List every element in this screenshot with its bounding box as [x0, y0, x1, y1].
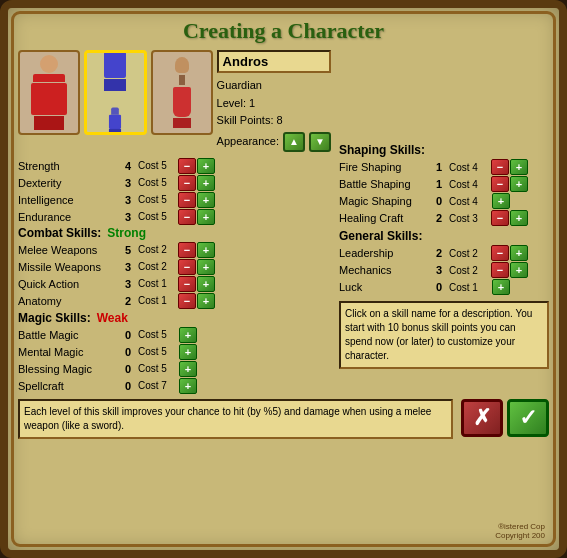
skill-name-strength[interactable]: Strength	[18, 160, 118, 172]
strength-plus-button[interactable]: +	[197, 158, 215, 174]
appearance-down-button[interactable]: ▼	[309, 132, 331, 152]
mechanics-minus-button[interactable]: −	[491, 262, 509, 278]
skill-name-mechanics[interactable]: Mechanics	[339, 264, 429, 276]
skill-value-healingcraft: 2	[429, 212, 449, 224]
confirm-button[interactable]: ✓	[507, 399, 549, 437]
fireshaping-minus-button[interactable]: −	[491, 159, 509, 175]
char-figure-red	[31, 55, 67, 130]
skill-name-leadership[interactable]: Leadership	[339, 247, 429, 259]
skill-cost-dexterity: Cost 5	[138, 177, 178, 188]
content-area: Andros Guardian Level: 1 Skill Points: 8…	[18, 50, 549, 395]
anatomy-minus-button[interactable]: −	[178, 293, 196, 309]
skill-row-mentalmagic: Mental Magic 0 Cost 5 +	[18, 344, 331, 360]
skill-row-luck: Luck 0 Cost 1 +	[339, 279, 549, 295]
anatomy-plus-button[interactable]: +	[197, 293, 215, 309]
spellcraft-plus-button[interactable]: +	[179, 378, 197, 394]
battlemagic-plus-button[interactable]: +	[179, 327, 197, 343]
missile-minus-button[interactable]: −	[178, 259, 196, 275]
skill-name-battleshaping[interactable]: Battle Shaping	[339, 178, 429, 190]
skill-value-mechanics: 3	[429, 264, 449, 276]
magicshaping-plus-button[interactable]: +	[492, 193, 510, 209]
mentalmagic-plus-button[interactable]: +	[179, 344, 197, 360]
skill-name-quickaction[interactable]: Quick Action	[18, 278, 118, 290]
blessingmagic-plus-button[interactable]: +	[179, 361, 197, 377]
skill-cost-mechanics: Cost 2	[449, 265, 491, 276]
leadership-plus-button[interactable]: +	[510, 245, 528, 261]
endurance-plus-button[interactable]: +	[197, 209, 215, 225]
skill-name-healingcraft[interactable]: Healing Craft	[339, 212, 429, 224]
skill-name-missile[interactable]: Missile Weapons	[18, 261, 118, 273]
skill-value-endurance: 3	[118, 211, 138, 223]
portrait-red-robe[interactable]	[18, 50, 80, 135]
skill-cost-battleshaping: Cost 4	[449, 179, 491, 190]
skill-value-missile: 3	[118, 261, 138, 273]
dexterity-plus-button[interactable]: +	[197, 175, 215, 191]
general-skills-header: General Skills:	[339, 229, 549, 243]
combat-header: Combat Skills: Strong	[18, 226, 331, 240]
portrait-female-red[interactable]	[151, 50, 213, 135]
missile-plus-button[interactable]: +	[197, 259, 215, 275]
endurance-minus-button[interactable]: −	[178, 209, 196, 225]
skill-cost-blessingmagic: Cost 5	[138, 363, 178, 374]
skill-name-anatomy[interactable]: Anatomy	[18, 295, 118, 307]
skill-row-magicshaping: Magic Shaping 0 Cost 4 +	[339, 193, 549, 209]
fireshaping-plus-button[interactable]: +	[510, 159, 528, 175]
appearance-row: Appearance: ▲ ▼	[217, 132, 331, 152]
skill-value-anatomy: 2	[118, 295, 138, 307]
skill-name-fireshaping[interactable]: Fire Shaping	[339, 161, 429, 173]
skill-name-mentalmagic[interactable]: Mental Magic	[18, 346, 118, 358]
copyright-text: ®istered CopCopyright 200	[495, 522, 545, 540]
skill-cost-quickaction: Cost 1	[138, 278, 178, 289]
char-class: Guardian	[217, 77, 331, 95]
cancel-button[interactable]: ✗	[461, 399, 503, 437]
strength-minus-button[interactable]: −	[178, 158, 196, 174]
skill-cost-intelligence: Cost 5	[138, 194, 178, 205]
skill-cost-strength: Cost 5	[138, 160, 178, 171]
leadership-minus-button[interactable]: −	[491, 245, 509, 261]
appearance-up-button[interactable]: ▲	[283, 132, 305, 152]
skill-name-intelligence[interactable]: Intelligence	[18, 194, 118, 206]
mechanics-plus-button[interactable]: +	[510, 262, 528, 278]
skill-value-dexterity: 3	[118, 177, 138, 189]
skill-cost-magicshaping: Cost 4	[449, 196, 491, 207]
skill-row-melee: Melee Weapons 5 Cost 2 − +	[18, 242, 331, 258]
skill-value-intelligence: 3	[118, 194, 138, 206]
battleshaping-plus-button[interactable]: +	[510, 176, 528, 192]
skill-name-blessingmagic[interactable]: Blessing Magic	[18, 363, 118, 375]
melee-minus-button[interactable]: −	[178, 242, 196, 258]
char-figure-blue	[104, 50, 126, 135]
skill-cost-endurance: Cost 5	[138, 211, 178, 222]
skill-value-leadership: 2	[429, 247, 449, 259]
intelligence-minus-button[interactable]: −	[178, 192, 196, 208]
healingcraft-minus-button[interactable]: −	[491, 210, 509, 226]
battleshaping-minus-button[interactable]: −	[491, 176, 509, 192]
quickaction-plus-button[interactable]: +	[197, 276, 215, 292]
skill-row-anatomy: Anatomy 2 Cost 1 − +	[18, 293, 331, 309]
skill-name-endurance[interactable]: Endurance	[18, 211, 118, 223]
skill-name-spellcraft[interactable]: Spellcraft	[18, 380, 118, 392]
skill-row-quickaction: Quick Action 3 Cost 1 − +	[18, 276, 331, 292]
skill-cost-leadership: Cost 2	[449, 248, 491, 259]
character-name[interactable]: Andros	[217, 50, 331, 73]
bottom-description: Each level of this skill improves your c…	[18, 399, 453, 439]
skill-name-magicshaping[interactable]: Magic Shaping	[339, 195, 429, 207]
skill-name-dexterity[interactable]: Dexterity	[18, 177, 118, 189]
skill-name-luck[interactable]: Luck	[339, 281, 429, 293]
dexterity-minus-button[interactable]: −	[178, 175, 196, 191]
skill-cost-missile: Cost 2	[138, 261, 178, 272]
skill-row-mechanics: Mechanics 3 Cost 2 − +	[339, 262, 549, 278]
intelligence-plus-button[interactable]: +	[197, 192, 215, 208]
skill-name-battlemagic[interactable]: Battle Magic	[18, 329, 118, 341]
melee-plus-button[interactable]: +	[197, 242, 215, 258]
skill-name-melee[interactable]: Melee Weapons	[18, 244, 118, 256]
skill-description-box: Click on a skill name for a description.…	[339, 301, 549, 369]
skill-row-spellcraft: Spellcraft 0 Cost 7 +	[18, 378, 331, 394]
skill-cost-healingcraft: Cost 3	[449, 213, 491, 224]
quickaction-minus-button[interactable]: −	[178, 276, 196, 292]
portrait-blue-armor[interactable]	[84, 50, 146, 135]
luck-plus-button[interactable]: +	[492, 279, 510, 295]
magic-skills-label: Magic Skills:	[18, 311, 91, 325]
skill-value-luck: 0	[429, 281, 449, 293]
healingcraft-plus-button[interactable]: +	[510, 210, 528, 226]
combat-quality: Strong	[107, 226, 146, 240]
